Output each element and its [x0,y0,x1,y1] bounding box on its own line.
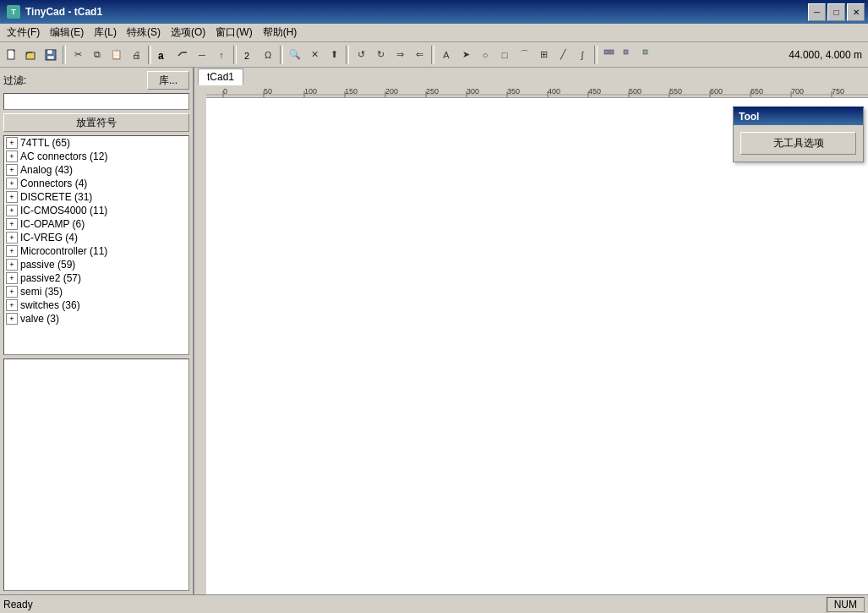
expand-icon-valve[interactable]: + [6,313,18,325]
svg-text:600: 600 [710,87,723,96]
expand-icon-ic-cmos[interactable]: + [6,205,18,216]
place-symbol-button[interactable]: 放置符号 [3,113,189,132]
tree-item-microcontroller[interactable]: + Microcontroller (11) [4,244,188,258]
expand-icon-passive[interactable]: + [6,259,18,271]
toolbar-separator-1 [63,46,66,64]
tree-item-ic-opamp[interactable]: + IC-OPAMP (6) [4,217,188,231]
toolbar-separator-4 [280,46,283,64]
tb-arc-button[interactable]: ⌒ [515,46,533,64]
tb-redo-button[interactable]: ↻ [371,46,390,64]
svg-rect-10 [609,50,614,54]
tb-print-button[interactable]: 🖨 [127,46,145,64]
filter-input-row [3,93,189,110]
tree-item-ic-cmos[interactable]: + IC-CMOS4000 (11) [4,204,188,217]
filter-input[interactable] [3,93,189,110]
tree-item-valve[interactable]: + valve (3) [4,312,188,326]
svg-text:50: 50 [264,87,272,96]
tab-tcad1[interactable]: tCad1 [198,68,243,85]
svg-rect-9 [604,50,609,54]
tool-popup-content: 无工具选项 [734,125,863,161]
svg-text:450: 450 [588,87,601,96]
title-buttons: ─ □ ✕ [808,3,865,21]
expand-icon-ic-opamp[interactable]: + [6,218,18,230]
menu-file[interactable]: 文件(F) [2,24,45,41]
tb-undo-button[interactable]: ↺ [352,46,370,64]
svg-rect-13 [194,85,206,594]
tb-up-button[interactable]: ↑ [212,46,231,64]
tree-item-ic-vreg[interactable]: + IC-VREG (4) [4,231,188,244]
tree-item-74ttl[interactable]: + 74TTL (65) [4,136,188,150]
expand-icon-switches[interactable]: + [6,299,18,311]
expand-icon-microctrl[interactable]: + [6,245,18,257]
tree-item-semi[interactable]: + semi (35) [4,285,188,298]
expand-icon-ic-vreg[interactable]: + [6,232,18,244]
tb-omega-button[interactable]: Ω [259,46,277,64]
tb-save-button[interactable] [41,46,60,64]
component-tree[interactable]: + 74TTL (65) + AC connectors (12) + Anal… [3,135,189,355]
svg-text:500: 500 [629,87,641,96]
tb-grid3-button[interactable] [639,46,658,64]
menu-lib[interactable]: 库(L) [89,24,122,41]
coords-display: 44.000, 4.000 m [789,49,865,61]
tb-zoom-x-button[interactable]: ✕ [305,46,324,64]
tb-cut-button[interactable]: ✂ [68,46,87,64]
lib-button[interactable]: 库... [147,71,189,90]
tb-circle-button[interactable]: ○ [476,46,494,64]
tb-open-button[interactable] [22,46,41,64]
minimize-button[interactable]: ─ [808,3,826,21]
close-button[interactable]: ✕ [847,3,865,21]
tree-item-connectors[interactable]: + Connectors (4) [4,177,188,190]
tb-new-button[interactable] [3,46,21,64]
tb-arrow-button[interactable]: ➤ [456,46,475,64]
svg-text:400: 400 [548,87,560,96]
tb-back-button[interactable]: ⇐ [410,46,429,64]
filter-row: 过滤: 库... [3,71,189,90]
tb-num2-button[interactable]: 2 [239,46,258,64]
menu-help[interactable]: 帮助(H) [258,24,303,41]
tb-cursor-button[interactable]: ⬆ [325,46,343,64]
svg-text:150: 150 [345,87,358,96]
tree-item-passive[interactable]: + passive (59) [4,258,188,271]
tb-rect-button[interactable]: □ [495,46,514,64]
tb-junction-button[interactable]: ⊞ [534,46,553,64]
tree-item-switches[interactable]: + switches (36) [4,298,188,312]
tb-grid2-button[interactable] [620,46,638,64]
tb-label-button[interactable]: A [437,46,456,64]
expand-icon-discrete[interactable]: + [6,191,18,203]
expand-icon-ac-conn[interactable]: + [6,151,18,162]
schematic-canvas[interactable]: Tool 无工具选项 [206,98,868,594]
svg-text:200: 200 [385,87,398,96]
tb-fwd-button[interactable]: ⇒ [390,46,409,64]
tree-item-discrete[interactable]: + DISCRETE (31) [4,190,188,204]
menu-options[interactable]: 选项(O) [166,24,210,41]
no-tool-option-button[interactable]: 无工具选项 [740,132,856,155]
menu-special[interactable]: 特殊(S) [122,24,166,41]
tree-item-ac-connectors[interactable]: + AC connectors (12) [4,150,188,163]
tb-line-button[interactable]: ╱ [554,46,572,64]
tb-text-button[interactable]: a [154,46,172,64]
tb-paste-button[interactable]: 📋 [107,46,126,64]
toolbar-separator-7 [594,46,598,64]
expand-icon-74ttl[interactable]: + [6,137,18,149]
tb-grid1-button[interactable] [600,46,619,64]
menu-window[interactable]: 窗口(W) [210,24,257,41]
main-layout: 过滤: 库... 放置符号 + 74TTL (65) + AC connecto… [0,68,868,594]
tb-copy-button[interactable]: ⧉ [88,46,106,64]
tree-item-analog[interactable]: + Analog (43) [4,163,188,177]
menu-edit[interactable]: 编辑(E) [45,24,89,41]
expand-icon-connectors[interactable]: + [6,178,18,189]
expand-icon-semi[interactable]: + [6,286,18,298]
canvas-area: tCad1 // Draw ruler marks via inline tex… [194,68,868,594]
status-num: NUM [827,597,865,612]
expand-icon-passive2[interactable]: + [6,272,18,284]
tree-item-passive2[interactable]: + passive2 (57) [4,271,188,285]
expand-icon-analog[interactable]: + [6,164,18,176]
tb-bezier-button[interactable]: ∫ [573,46,592,64]
canvas-with-ruler: // Draw ruler marks via inline text - ju… [194,85,868,594]
tb-minus-button[interactable]: ─ [193,46,211,64]
svg-text:250: 250 [426,87,439,96]
svg-text:0: 0 [223,87,227,96]
restore-button[interactable]: □ [827,3,845,21]
tb-zoom-in-button[interactable]: 🔍 [286,46,304,64]
tb-wire-button[interactable] [173,46,192,64]
